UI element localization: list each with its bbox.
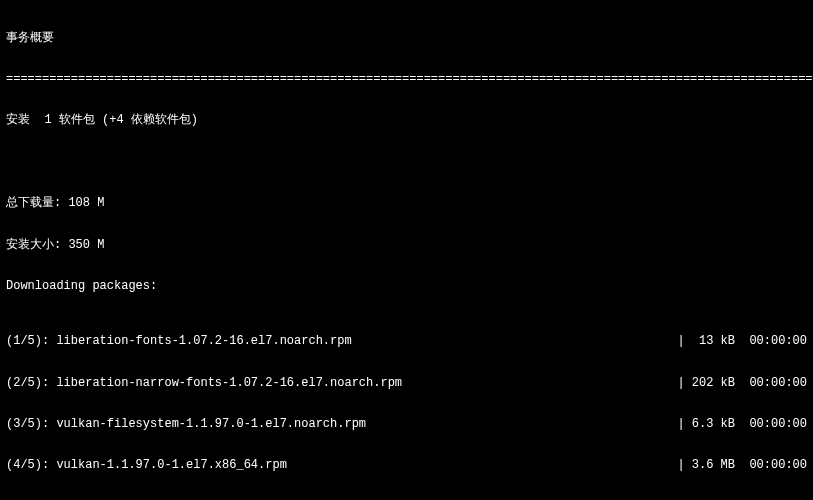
download-row: (2/5): liberation-narrow-fonts-1.07.2-16…	[6, 377, 807, 391]
download-stat: | 13 kB 00:00:00	[677, 335, 807, 349]
download-name: (4/5): vulkan-1.1.97.0-1.el7.x86_64.rpm	[6, 459, 287, 473]
download-row: (1/5): liberation-fonts-1.07.2-16.el7.no…	[6, 335, 807, 349]
install-summary: 安装 1 软件包 (+4 依赖软件包)	[6, 114, 807, 128]
download-stat: | 6.3 kB 00:00:00	[677, 418, 807, 432]
download-name: (1/5): liberation-fonts-1.07.2-16.el7.no…	[6, 335, 352, 349]
download-name: (2/5): liberation-narrow-fonts-1.07.2-16…	[6, 377, 402, 391]
download-name: (3/5): vulkan-filesystem-1.1.97.0-1.el7.…	[6, 418, 366, 432]
terminal-window[interactable]: 事务概要 ===================================…	[0, 0, 813, 500]
download-stat: | 3.6 MB 00:00:00	[677, 459, 807, 473]
summary-title: 事务概要	[6, 32, 807, 46]
download-size: 总下载量: 108 M	[6, 197, 807, 211]
blank-line	[6, 156, 807, 170]
download-row: (3/5): vulkan-filesystem-1.1.97.0-1.el7.…	[6, 418, 807, 432]
separator-equals: ========================================…	[6, 73, 807, 87]
download-stat: | 202 kB 00:00:00	[677, 377, 807, 391]
install-size: 安装大小: 350 M	[6, 239, 807, 253]
download-row: (4/5): vulkan-1.1.97.0-1.el7.x86_64.rpm …	[6, 459, 807, 473]
downloading-label: Downloading packages:	[6, 280, 807, 294]
